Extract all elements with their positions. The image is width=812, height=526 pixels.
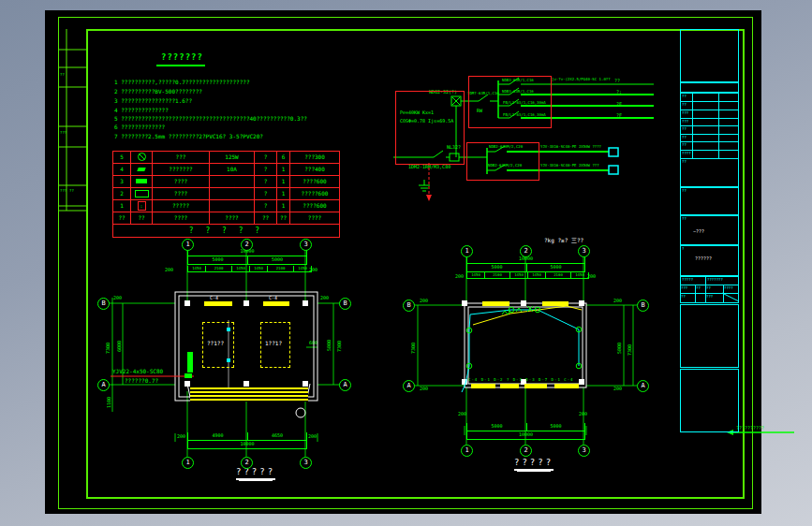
grid-bubble: 2	[241, 239, 253, 251]
grid-bubble: A	[97, 379, 110, 391]
section-label: ??	[682, 189, 687, 193]
equipment-table: 5 ??? 125W ? 6 ???300 4 ??????? 10A ? 1 …	[112, 151, 340, 238]
lamp-icon	[137, 168, 145, 171]
revision-strip-lines	[59, 29, 87, 211]
cable-annotation: ??????0.7?	[125, 378, 158, 384]
section-label: ??	[682, 160, 687, 164]
grid-bubble: B	[637, 300, 649, 312]
dim-bottom-total: 10000	[466, 431, 585, 440]
bt-cell: ???????	[707, 278, 723, 282]
titleblock-logo-box	[680, 29, 739, 82]
grid-bubble: B	[403, 300, 415, 312]
grid-bubble: A	[637, 380, 649, 392]
dim-bottom-row: 4900 4650	[187, 432, 307, 441]
panel-solid-icon	[136, 179, 147, 183]
room-label: 1??1?	[265, 341, 282, 346]
sign-row-label: ??	[682, 103, 687, 107]
dim-bottom-row: 5000 5000	[466, 423, 585, 431]
lighting-panel-box	[468, 76, 552, 128]
sign-row-label: ??	[682, 143, 687, 147]
power-panel-box	[466, 142, 539, 181]
titleblock-section	[680, 187, 739, 215]
sheet-name-text: ??????	[695, 256, 712, 261]
dim-bottom-total: 10000	[187, 441, 307, 449]
dim-mid-row: 5000 5000	[466, 264, 585, 272]
meter-box-icon: :	[138, 201, 146, 211]
titleblock-sign-table	[680, 93, 739, 159]
incoming-panel-box	[395, 91, 465, 165]
grid-bubble: A	[339, 379, 351, 391]
luminaire-icon	[138, 153, 146, 161]
bt-cell: ???	[681, 286, 687, 290]
bt-cell: ??	[706, 286, 711, 290]
circuit-incoming-cable-mark	[426, 163, 432, 201]
table-row: 1 : ????? ? 1 ????600	[113, 200, 340, 212]
bt-cell: ?????	[682, 278, 693, 282]
titleblock-thin-row	[680, 82, 739, 93]
grid-bubble: A	[403, 380, 415, 392]
project-name-text: ~???	[693, 229, 704, 234]
grid-bubble: 3	[300, 457, 312, 469]
load-terminal-box	[609, 166, 618, 174]
sign-row-label: ???	[682, 111, 688, 115]
sign-row-label: ???	[682, 120, 688, 124]
room-label: ??1??	[207, 341, 224, 346]
fixture-labels: C-4 D-1 D-2 ? D-3 D-3 D-7 D-1 C-4	[468, 378, 573, 382]
table-header-row: ?? ?? ???? ???? ?? ?? ????	[113, 212, 340, 225]
sign-row-label: ????	[682, 152, 691, 155]
section-marker	[227, 358, 230, 362]
bt-cell: ??	[696, 286, 701, 290]
grid-bubble: B	[339, 298, 351, 310]
dim-detail-row: 1450 2100 1450 1450 2100 1450	[466, 272, 589, 279]
cad-app-background: ?? ??? ??? ?? ??????? 1 ??????????,?????…	[0, 0, 812, 526]
titleblock-empty-box	[680, 304, 739, 368]
table-row: 3 ???? ? 1 ????600	[113, 176, 340, 188]
plan-right-gridlines	[414, 256, 637, 445]
grid-bubble: 2	[520, 445, 532, 457]
panel-outline-icon	[135, 190, 149, 197]
plan-right-windows	[471, 301, 579, 388]
table-row: 4 ??????? 10A ? 1 ???400	[113, 164, 340, 176]
grid-bubble: 2	[241, 457, 253, 469]
titleblock-section	[680, 215, 739, 245]
dim-mid-row: 5000 5000	[187, 256, 307, 265]
table-row: 5 ??? 125W ? 6 ???300	[113, 152, 340, 164]
grid-bubble: 3	[578, 245, 590, 257]
sign-row-label: ??	[682, 95, 687, 98]
sign-row-label: ??	[682, 136, 687, 139]
bt-cell: ???	[706, 295, 713, 299]
section-label: ??	[682, 217, 687, 221]
section-marker	[227, 328, 230, 331]
grid-bubble: 3	[578, 445, 590, 457]
grid-bubble: B	[97, 298, 110, 310]
sign-row-label: ??	[682, 127, 687, 131]
grid-bubble: 2	[520, 245, 532, 257]
notes-title-underline	[156, 65, 205, 66]
grid-bubble: 1	[461, 445, 473, 457]
cable-annotation: YJV22-4x50-SC80	[112, 369, 163, 374]
load-terminal-box	[609, 148, 618, 156]
dim-detail-row: 1450 2100 1450 1450 2100 1450	[187, 266, 312, 272]
table-footer-row: ? ? ? ? ?	[113, 225, 340, 238]
rolling-door	[190, 387, 308, 402]
titleblock-section	[680, 158, 739, 187]
bt-cell: ??	[681, 295, 686, 299]
bt-cell: ????	[724, 286, 733, 290]
grid-bubble: 1	[461, 245, 473, 257]
table-row: 2 ???? ? 1 ?????600	[113, 188, 340, 200]
overflow-note-text: ??????????	[736, 426, 764, 431]
grid-bubble: 1	[182, 239, 194, 251]
grid-bubble: 1	[182, 457, 194, 469]
section-label: ?	[682, 247, 684, 251]
distribution-box-symbol	[185, 373, 192, 378]
distribution-box-symbol	[187, 352, 193, 373]
plan-right-walls	[465, 303, 586, 387]
titleblock-empty-box	[680, 369, 739, 432]
grid-bubble: 3	[300, 239, 312, 251]
